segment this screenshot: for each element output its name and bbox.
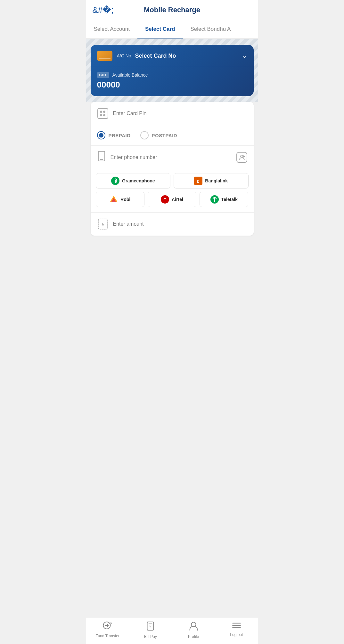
tab-select-account[interactable]: Select Account bbox=[86, 20, 137, 39]
svg-point-6 bbox=[115, 180, 116, 181]
contacts-icon[interactable] bbox=[236, 152, 247, 163]
chevron-down-icon: ⌄ bbox=[242, 52, 247, 60]
card-icon bbox=[97, 51, 112, 61]
operator-grameenphone[interactable]: Grameenphone bbox=[96, 173, 171, 188]
prepaid-radio[interactable] bbox=[97, 131, 105, 139]
svg-text:b: b bbox=[197, 179, 200, 184]
back-button[interactable]: &#�; bbox=[93, 6, 114, 14]
postpaid-radio[interactable] bbox=[140, 131, 149, 139]
operator-airtel[interactable]: Airtel bbox=[148, 192, 196, 207]
operator-banglalink[interactable]: b Banglalink bbox=[174, 173, 249, 188]
nav-logout[interactable]: Log out bbox=[215, 621, 258, 639]
ac-label: A/C No. bbox=[117, 53, 133, 58]
balance-value: 00000 bbox=[97, 80, 247, 90]
airtel-logo-icon bbox=[161, 195, 169, 204]
profile-label: Profile bbox=[188, 634, 199, 639]
postpaid-option[interactable]: POSTPAID bbox=[140, 131, 177, 139]
gp-logo-icon bbox=[111, 177, 119, 185]
bdt-badge: BDT bbox=[97, 72, 109, 78]
tabs: Select Account Select Card Select Bondhu… bbox=[86, 20, 258, 39]
robi-logo-icon bbox=[110, 195, 118, 204]
svg-point-11 bbox=[161, 195, 169, 204]
svg-point-19 bbox=[191, 622, 196, 627]
operator-grid: Grameenphone b Banglalink bbox=[91, 169, 254, 213]
pin-icon bbox=[97, 108, 109, 119]
operator-robi[interactable]: Robi bbox=[96, 192, 144, 207]
card-section: A/C No. Select Card No ⌄ BDT Available B… bbox=[86, 39, 258, 102]
header: &#�; Mobile Recharge bbox=[86, 0, 258, 20]
operator-teletalk[interactable]: Teletalk bbox=[200, 192, 248, 207]
form-container: PREPAID POSTPAID bbox=[91, 102, 254, 236]
bottom-nav: Fund Transfer ৳ Bill Pay Profile bbox=[86, 618, 258, 644]
nav-bill-pay[interactable]: ৳ Bill Pay bbox=[129, 621, 172, 639]
teletalk-logo-icon bbox=[210, 195, 219, 204]
menu-icon bbox=[232, 621, 241, 631]
operator-row-1: Grameenphone b Banglalink bbox=[96, 173, 249, 188]
card-balance-section: BDT Available Balance 00000 bbox=[91, 67, 254, 96]
bill-pay-icon: ৳ bbox=[146, 621, 155, 633]
prepaid-label: PREPAID bbox=[109, 133, 131, 138]
banglalink-logo-icon: b bbox=[194, 177, 202, 185]
phone-field bbox=[91, 146, 254, 169]
tab-select-card[interactable]: Select Card bbox=[137, 20, 183, 39]
phone-icon bbox=[97, 151, 106, 164]
card-pin-input[interactable] bbox=[113, 111, 247, 116]
payment-type-selector: PREPAID POSTPAID bbox=[91, 125, 254, 146]
operator-row-2: Robi Airtel Teletalk bbox=[96, 192, 249, 207]
account-card: A/C No. Select Card No ⌄ BDT Available B… bbox=[91, 45, 254, 96]
card-selector[interactable]: A/C No. Select Card No ⌄ bbox=[91, 45, 254, 67]
nav-profile[interactable]: Profile bbox=[172, 621, 215, 639]
profile-icon bbox=[189, 621, 198, 633]
balance-row: BDT Available Balance bbox=[97, 72, 247, 78]
pin-field bbox=[91, 102, 254, 125]
prepaid-radio-inner bbox=[99, 133, 103, 138]
svg-text:৳: ৳ bbox=[149, 624, 151, 629]
page-title: Mobile Recharge bbox=[144, 6, 200, 14]
tab-select-bondhu[interactable]: Select Bondhu A bbox=[183, 20, 239, 39]
svg-text:৳: ৳ bbox=[102, 222, 104, 227]
postpaid-label: POSTPAID bbox=[152, 133, 177, 138]
amount-input[interactable] bbox=[113, 221, 247, 227]
phone-number-input[interactable] bbox=[111, 155, 236, 160]
fund-transfer-icon bbox=[103, 621, 112, 632]
logout-label: Log out bbox=[230, 632, 243, 637]
taka-icon: ৳ bbox=[97, 218, 109, 230]
nav-fund-transfer[interactable]: Fund Transfer bbox=[86, 621, 129, 639]
bill-pay-label: Bill Pay bbox=[144, 634, 157, 639]
prepaid-option[interactable]: PREPAID bbox=[97, 131, 131, 139]
amount-field: ৳ bbox=[91, 213, 254, 236]
balance-label: Available Balance bbox=[112, 72, 148, 78]
fund-transfer-label: Fund Transfer bbox=[95, 634, 119, 638]
card-no-value: Select Card No bbox=[135, 53, 242, 59]
